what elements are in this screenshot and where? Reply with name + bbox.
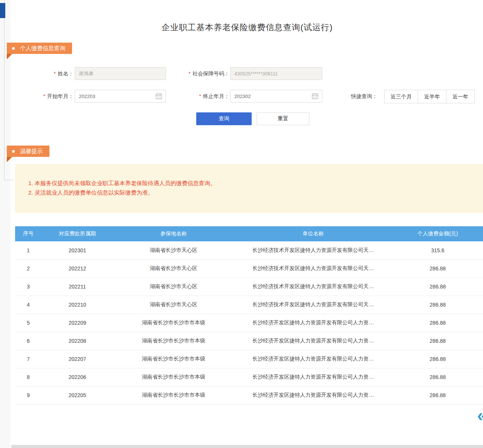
left-rail	[0, 0, 11, 448]
column-header-unit: 单位名称	[234, 226, 392, 241]
ssn-field[interactable]	[230, 67, 322, 80]
table-cell: 5	[15, 314, 42, 332]
table-cell: 315.6	[392, 241, 483, 259]
bullet-dot-icon	[12, 150, 15, 153]
table-row: 3202211湖南省长沙市天心区长沙经济技术开发区捷特人力资源开发有限公司天…2…	[15, 278, 483, 296]
table-cell: 长沙经济开发区捷特人力资源开发有限公司人力资…	[234, 350, 392, 368]
query-button[interactable]: 查询	[196, 112, 252, 125]
table-row: 7202207湖南省长沙市长沙市市本级长沙经济开发区捷特人力资源开发有限公司人力…	[15, 350, 483, 368]
table-cell: 长沙经济技术开发区捷特人力资源开发有限公司天…	[234, 296, 392, 314]
column-header-index: 序号	[15, 226, 42, 241]
table-header-row: 序号 对应费款所属期 参保地名称 单位名称 个人缴费金额(元)	[15, 226, 483, 241]
required-asterisk: *	[199, 93, 201, 99]
table-cell: 4	[15, 296, 42, 314]
table-cell: 202212	[42, 259, 113, 278]
notice-box: 1. 本服务仅提供尚未领取企业职工基本养老保险待遇人员的缴费信息查询。 2. 灵…	[15, 164, 483, 213]
table-cell: 202210	[42, 296, 113, 314]
table-cell: 湖南省长沙市天心区	[113, 296, 234, 314]
table-cell: 202301	[42, 241, 113, 259]
ssn-label: *社会保障号码：	[162, 67, 229, 80]
table-row: 8202206湖南省长沙市长沙市市本级长沙经济开发区捷特人力资源开发有限公司人力…	[15, 368, 483, 386]
table-cell: 长沙经济技术开发区捷特人力资源开发有限公司天…	[234, 278, 392, 296]
required-asterisk: *	[54, 71, 56, 77]
column-header-amount: 个人缴费金额(元)	[392, 226, 483, 241]
table-cell: 长沙经济开发区捷特人力资源开发有限公司人力资…	[234, 368, 392, 386]
reset-button[interactable]: 重置	[257, 112, 309, 125]
table-cell: 286.88	[392, 259, 483, 278]
table-cell: 202208	[42, 332, 113, 350]
left-edge-tab[interactable]	[0, 3, 5, 18]
section-badge-label: 个人缴费信息查询	[20, 45, 65, 52]
table-cell: 202207	[42, 350, 113, 368]
page-title: 企业职工基本养老保险缴费信息查询(试运行)	[11, 22, 483, 33]
table-row: 2202212湖南省长沙市天心区长沙经济技术开发区捷特人力资源开发有限公司天…2…	[15, 259, 483, 278]
table-row: 1202301湖南省长沙市天心区长沙经济技术开发区捷特人力资源开发有限公司天…3…	[15, 241, 483, 259]
table-cell: 202211	[42, 278, 113, 296]
bullet-dot-icon	[12, 47, 15, 50]
table-cell: 286.88	[392, 314, 483, 332]
notice-line: 1. 本服务仅提供尚未领取企业职工基本养老保险待遇人员的缴费信息查询。	[28, 178, 483, 188]
section-badge-tips: 温馨提示	[7, 146, 49, 157]
quick-btn-last-3-months[interactable]: 近三个月	[384, 90, 418, 103]
name-label: *姓名：	[32, 67, 74, 80]
ribbon-fold	[7, 157, 12, 162]
table-cell: 湖南省长沙市天心区	[113, 241, 234, 259]
table-cell: 湖南省长沙市长沙市市本级	[113, 368, 234, 386]
table-cell: 8	[15, 368, 42, 386]
end-month-input[interactable]	[230, 90, 322, 103]
section-badge-label: 温馨提示	[20, 148, 43, 155]
table-cell: 2	[15, 259, 42, 278]
table-cell: 1	[15, 241, 42, 259]
table-row: 4202210湖南省长沙市天心区长沙经济技术开发区捷特人力资源开发有限公司天…2…	[15, 296, 483, 314]
quick-query-group: 近三个月 近半年 近一年	[384, 90, 475, 103]
left-rail-border-bottom	[4, 180, 14, 180]
table-cell: 6	[15, 332, 42, 350]
table-cell: 286.88	[392, 350, 483, 368]
start-month-label: *开始年月：	[32, 90, 74, 103]
table-cell: 286.88	[392, 368, 483, 386]
table-cell: 长沙经济开发区捷特人力资源开发有限公司人力资…	[234, 386, 392, 404]
table-cell: 湖南省长沙市长沙市市本级	[113, 386, 234, 404]
ribbon-fold	[7, 54, 12, 59]
calendar-icon[interactable]	[312, 93, 318, 100]
table-cell: 长沙经济开发区捷特人力资源开发有限公司人力资…	[234, 332, 392, 350]
collapse-panel-icon[interactable]: «	[477, 407, 483, 424]
table-cell: 286.88	[392, 386, 483, 404]
table-cell: 3	[15, 278, 42, 296]
end-month-label: *终止年月：	[162, 90, 229, 103]
table-cell: 湖南省长沙市天心区	[113, 278, 234, 296]
table-cell: 202209	[42, 314, 113, 332]
quick-query-label: 快捷查询：	[351, 93, 377, 100]
table-cell: 长沙经济技术开发区捷特人力资源开发有限公司天…	[234, 241, 392, 259]
table-cell: 286.88	[392, 332, 483, 350]
left-rail-border	[4, 0, 5, 180]
table-cell: 286.88	[392, 296, 483, 314]
table-cell: 湖南省长沙市长沙市市本级	[113, 350, 234, 368]
table-row: 9202205湖南省长沙市长沙市市本级长沙经济开发区捷特人力资源开发有限公司人力…	[15, 386, 483, 404]
table-cell: 9	[15, 386, 42, 404]
table-cell: 7	[15, 350, 42, 368]
section-badge-personal-query: 个人缴费信息查询	[7, 43, 72, 54]
column-header-period: 对应费款所属期	[42, 226, 113, 241]
table-cell: 湖南省长沙市天心区	[113, 259, 234, 278]
table-cell: 长沙经济技术开发区捷特人力资源开发有限公司天…	[234, 259, 392, 278]
name-field[interactable]	[75, 67, 166, 80]
required-asterisk: *	[189, 71, 191, 77]
quick-btn-last-half-year[interactable]: 近半年	[418, 90, 446, 103]
pension-query-page: 企业职工基本养老保险缴费信息查询(试运行) 个人缴费信息查询 *姓名： *社会保…	[0, 0, 483, 448]
calendar-icon[interactable]	[155, 93, 162, 100]
table-cell: 湖南省长沙市长沙市市本级	[113, 332, 234, 350]
payment-results-table: 序号 对应费款所属期 参保地名称 单位名称 个人缴费金额(元) 1202301湖…	[15, 226, 483, 405]
column-header-place: 参保地名称	[113, 226, 234, 241]
quick-btn-last-year[interactable]: 近一年	[446, 90, 475, 103]
table-cell: 202206	[42, 368, 113, 386]
table-cell: 202205	[42, 386, 113, 404]
table-cell: 286.88	[392, 278, 483, 296]
notice-line: 2. 灵活就业人员的缴费单位信息以实际缴费为准。	[28, 188, 483, 197]
table-row: 6202208湖南省长沙市长沙市市本级长沙经济开发区捷特人力资源开发有限公司人力…	[15, 332, 483, 350]
table-row: 5202209湖南省长沙市长沙市市本级长沙经济开发区捷特人力资源开发有限公司人力…	[15, 314, 483, 332]
horizontal-scrollbar[interactable]	[11, 445, 483, 448]
start-month-input[interactable]	[75, 90, 166, 103]
table-cell: 长沙经济开发区捷特人力资源开发有限公司人力资…	[234, 314, 392, 332]
required-asterisk: *	[43, 93, 45, 99]
